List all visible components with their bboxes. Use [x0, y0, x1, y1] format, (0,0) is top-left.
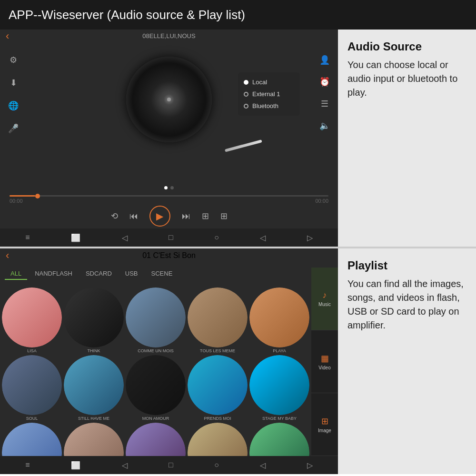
tab-nandflash[interactable]: NANDFLASH — [29, 268, 78, 280]
album-13[interactable]: STARFIRE — [126, 423, 186, 456]
album-7[interactable]: STILL HAVE ME — [64, 355, 124, 421]
tab-scene[interactable]: SCENE — [146, 268, 178, 280]
video-sidebar-label: Video — [318, 365, 330, 370]
vol2-up-icon[interactable]: ▷ — [307, 461, 313, 470]
camera2-icon[interactable]: ⬜ — [71, 461, 80, 470]
music-sidebar-icon: ♪ — [323, 290, 327, 300]
controls-bar: ⟲ ⏮ ▶ ⏭ ⊞ ⊞ — [0, 206, 338, 227]
playlist-heading: Playlist — [347, 259, 466, 272]
playlist-track-title: 01 C'Est Si Bon — [142, 251, 196, 260]
back-arrow-bottom[interactable]: ‹ — [6, 249, 9, 262]
album-6[interactable]: SOUL — [2, 355, 62, 421]
home-icon[interactable]: □ — [169, 233, 173, 242]
video-sidebar-btn[interactable]: ▦ Video — [311, 330, 338, 393]
dot-2 — [170, 186, 174, 189]
vol2-down-icon[interactable]: ◁ — [260, 461, 266, 470]
top-nav-bar: ‹ 08ELLE,LUI,NOUS — [0, 30, 338, 42]
bottom-nav-top: ≡ ⬜ ◁ □ ○ ◁ ▷ — [0, 228, 338, 247]
menu-icon[interactable]: ≡ — [25, 233, 30, 242]
vinyl-record — [126, 57, 212, 142]
profile-icon[interactable]: 👤 — [318, 53, 331, 67]
page-header: APP--Wiseserver (Audio source & Play lis… — [0, 0, 476, 30]
album-11[interactable]: BOY THING — [2, 423, 62, 456]
source-local-label: Local — [252, 79, 267, 86]
source-dot-bluetooth — [244, 104, 248, 109]
alarm-icon[interactable]: ⏰ — [318, 75, 331, 89]
prev-icon[interactable]: ⏮ — [129, 211, 138, 221]
dot-1 — [164, 186, 168, 189]
source-dot-external — [244, 92, 248, 97]
album-grid-container: LISA THINK COMME UN MOIS TOUS LES MEME — [0, 286, 311, 456]
image-sidebar-icon: ⊞ — [321, 416, 328, 426]
bottom-nav-bottom: ≡ ⬜ ◁ □ ○ ◁ ▷ — [0, 456, 338, 474]
progress-dots — [10, 186, 328, 189]
album-3[interactable]: COMME UN MOIS — [126, 288, 186, 353]
bottom-nav-bar: ‹ 01 C'Est Si Bon — [0, 248, 338, 263]
vol-down-icon[interactable]: ◁ — [260, 233, 266, 242]
progress-knob[interactable] — [35, 194, 40, 198]
playlist-panel: ‹ 01 C'Est Si Bon ALL NANDFLASH SDCARD U… — [0, 248, 338, 474]
list-icon[interactable]: ☰ — [318, 97, 331, 110]
image-sidebar-btn[interactable]: ⊞ Image — [311, 393, 338, 456]
circle2-icon[interactable]: ○ — [214, 461, 219, 469]
progress-area: 00:00 00:00 — [10, 186, 328, 204]
playlist-body: You can find all the images, songs, and … — [347, 277, 466, 332]
camera-icon[interactable]: ⬜ — [71, 233, 80, 242]
bottom-row: ‹ 01 C'Est Si Bon ALL NANDFLASH SDCARD U… — [0, 248, 476, 474]
source-dropdown[interactable]: Local External 1 Bluetooth — [238, 72, 300, 116]
right-icons: 👤 ⏰ ☰ 🔈 — [311, 49, 338, 137]
image-sidebar-label: Image — [318, 428, 331, 433]
track-title-top: 08ELLE,LUI,NOUS — [142, 32, 195, 40]
source-local[interactable]: Local — [238, 76, 300, 88]
playlist-right-sidebar: ♪ Music ▦ Video ⊞ Image — [311, 268, 338, 456]
time-end: 00:00 — [315, 198, 328, 204]
back-arrow-top[interactable]: ‹ — [6, 30, 9, 42]
album-8[interactable]: MON AMOUR — [126, 355, 186, 421]
grid-icon[interactable]: ⊞ — [220, 211, 228, 221]
album-15[interactable]: STAGE MY BABY — [249, 423, 309, 456]
source-dot-local — [244, 80, 248, 85]
top-row: ‹ 08ELLE,LUI,NOUS ⚙ ⬇ 🌐 🎤 — [0, 30, 476, 248]
volume-icon[interactable]: 🔈 — [318, 119, 331, 132]
progress-fill — [10, 195, 35, 197]
album-4[interactable]: TOUS LES MEME — [188, 288, 248, 353]
audio-source-heading: Audio Source — [347, 40, 466, 53]
audio-source-panel: ‹ 08ELLE,LUI,NOUS ⚙ ⬇ 🌐 🎤 — [0, 30, 338, 247]
equalizer-icon[interactable]: ⊞ — [202, 211, 209, 221]
menu2-icon[interactable]: ≡ — [25, 461, 30, 469]
audio-source-body: You can choose local or audio input or b… — [347, 58, 466, 99]
source-bluetooth-label: Bluetooth — [252, 102, 278, 109]
playlist-desc: Playlist You can find all the images, so… — [338, 248, 476, 474]
album-2[interactable]: THINK — [64, 288, 124, 353]
repeat-icon[interactable]: ⟲ — [111, 211, 118, 221]
album-1[interactable]: LISA — [2, 288, 62, 353]
audio-source-desc: Audio Source You can choose local or aud… — [338, 30, 476, 247]
album-5[interactable]: PLAYA — [249, 288, 309, 353]
source-bluetooth[interactable]: Bluetooth — [238, 100, 300, 112]
tab-usb[interactable]: USB — [119, 268, 144, 280]
page-title: APP--Wiseserver (Audio source & Play lis… — [9, 8, 245, 22]
back-nav-icon[interactable]: ◁ — [122, 233, 128, 242]
back2-nav-icon[interactable]: ◁ — [122, 461, 128, 470]
album-12[interactable]: GRATITUDE — [64, 423, 124, 456]
time-labels: 00:00 00:00 — [10, 198, 328, 204]
album-10[interactable]: STAGE MY BABY — [249, 355, 309, 421]
tab-all[interactable]: ALL — [5, 268, 27, 280]
progress-track[interactable] — [10, 195, 328, 197]
video-sidebar-icon: ▦ — [321, 353, 329, 364]
source-external-label: External 1 — [252, 90, 280, 98]
home2-icon[interactable]: □ — [169, 461, 173, 469]
source-external[interactable]: External 1 — [238, 88, 300, 100]
play-button[interactable]: ▶ — [149, 206, 170, 227]
vol-up-icon[interactable]: ▷ — [307, 233, 313, 242]
next-icon[interactable]: ⏭ — [182, 211, 190, 221]
music-sidebar-label: Music — [318, 302, 331, 307]
music-sidebar-btn[interactable]: ♪ Music — [311, 268, 338, 330]
tab-sdcard[interactable]: SDCARD — [80, 268, 118, 280]
tonearm — [225, 139, 262, 152]
circle-icon[interactable]: ○ — [214, 233, 219, 242]
album-9[interactable]: PRENDS MOI — [188, 355, 248, 421]
album-14[interactable]: DANIELA ANDRADE — [188, 423, 248, 456]
main-content: ‹ 08ELLE,LUI,NOUS ⚙ ⬇ 🌐 🎤 — [0, 30, 476, 476]
playlist-tabs: ALL NANDFLASH SDCARD USB SCENE — [0, 263, 338, 280]
